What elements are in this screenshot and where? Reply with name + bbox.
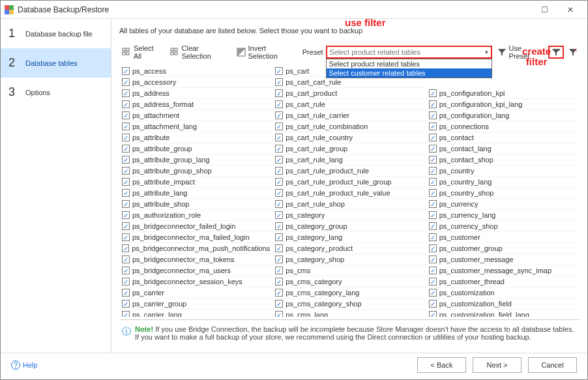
table-row[interactable]: ✓ps_attribute_lang [119, 188, 272, 199]
checkbox-icon[interactable]: ✓ [275, 67, 283, 75]
checkbox-icon[interactable]: ✓ [275, 311, 283, 317]
help-link[interactable]: ? Help [11, 360, 38, 370]
table-row[interactable]: ✓ps_address_format [119, 99, 272, 110]
table-row[interactable]: ✓ps_bridgeconnector_session_keys [119, 276, 272, 287]
checkbox-icon[interactable]: ✓ [275, 111, 283, 119]
preset-option-product[interactable]: Select product related tables [327, 59, 492, 68]
checkbox-icon[interactable]: ✓ [429, 178, 437, 186]
table-row[interactable]: ✓ps_cart_rule [272, 99, 426, 110]
table-row[interactable]: ✓ps_contact_lang [426, 143, 580, 154]
checkbox-icon[interactable]: ✓ [429, 156, 437, 164]
table-row[interactable]: ✓ps_carrier [119, 287, 272, 299]
table-row[interactable]: ✓ps_customization_field_lang [426, 310, 580, 317]
checkbox-icon[interactable]: ✓ [122, 78, 130, 86]
table-row[interactable]: ✓ps_cart_rule_country [272, 132, 426, 143]
checkbox-icon[interactable]: ✓ [429, 89, 437, 97]
table-row[interactable]: ✓ps_category_lang [272, 232, 426, 243]
table-row[interactable]: ✓ps_customization [426, 287, 580, 299]
checkbox-icon[interactable]: ✓ [429, 189, 437, 197]
checkbox-icon[interactable]: ✓ [429, 278, 437, 285]
checkbox-icon[interactable]: ✓ [275, 156, 283, 164]
table-row[interactable]: ✓ps_cart_rule_carrier [272, 110, 426, 121]
checkbox-icon[interactable]: ✓ [122, 211, 130, 219]
table-row[interactable]: ✓ps_category [272, 210, 426, 221]
checkbox-icon[interactable]: ✓ [429, 311, 437, 317]
table-row[interactable]: ✓ps_customization_field [426, 299, 580, 310]
checkbox-icon[interactable]: ✓ [429, 211, 437, 219]
checkbox-icon[interactable]: ✓ [122, 233, 130, 241]
table-row[interactable]: ✓ps_attachment [119, 110, 272, 121]
checkbox-icon[interactable]: ✓ [429, 100, 437, 108]
table-row[interactable]: ✓ps_attribute_impact [119, 177, 272, 188]
checkbox-icon[interactable]: ✓ [122, 256, 130, 263]
checkbox-icon[interactable]: ✓ [275, 78, 283, 86]
table-row[interactable]: ✓ps_currency_lang [426, 210, 580, 221]
table-row[interactable]: ✓ps_cart_rule_combination [272, 121, 426, 132]
table-row[interactable]: ✓ps_cart_rule_product_rule [272, 166, 426, 177]
checkbox-icon[interactable]: ✓ [429, 244, 437, 252]
table-row[interactable]: ✓ps_configuration_kpi [426, 88, 580, 99]
checkbox-icon[interactable]: ✓ [275, 233, 283, 241]
table-row[interactable]: ✓ps_category_group [272, 221, 426, 232]
checkbox-icon[interactable]: ✓ [275, 134, 283, 141]
checkbox-icon[interactable]: ✓ [275, 256, 283, 263]
preset-select[interactable]: Select product related tables ▾ [326, 46, 492, 59]
checkbox-icon[interactable]: ✓ [122, 267, 130, 274]
table-row[interactable]: ✓ps_currency_shop [426, 221, 580, 232]
table-row[interactable]: ✓ps_cms [272, 265, 426, 276]
checkbox-icon[interactable]: ✓ [429, 200, 437, 208]
checkbox-icon[interactable]: ✓ [275, 178, 283, 186]
table-row[interactable]: ✓ps_country [426, 166, 580, 177]
step-options[interactable]: 3 Options [1, 78, 111, 107]
checkbox-icon[interactable]: ✓ [275, 300, 283, 308]
checkbox-icon[interactable]: ✓ [275, 123, 283, 130]
checkbox-icon[interactable]: ✓ [122, 222, 130, 230]
checkbox-icon[interactable]: ✓ [275, 289, 283, 297]
table-row[interactable]: ✓ps_bridgeconnector_ma_push_notification… [119, 243, 272, 254]
checkbox-icon[interactable]: ✓ [122, 244, 129, 252]
table-row[interactable]: ✓ps_bridgeconnector_ma_users [119, 265, 272, 276]
checkbox-icon[interactable]: ✓ [429, 123, 437, 130]
checkbox-icon[interactable]: ✓ [275, 100, 283, 108]
table-row[interactable]: ✓ps_bridgeconnector_ma_failed_login [119, 232, 272, 243]
table-row[interactable]: ✓ps_cart_rule_shop [272, 199, 426, 210]
checkbox-icon[interactable]: ✓ [429, 289, 437, 297]
checkbox-icon[interactable]: ✓ [122, 134, 130, 141]
checkbox-icon[interactable]: ✓ [429, 145, 437, 153]
checkbox-icon[interactable]: ✓ [429, 167, 437, 175]
table-row[interactable]: ✓ps_cart_rule_group [272, 143, 426, 154]
table-row[interactable]: ✓ps_authorization_role [119, 210, 272, 221]
remove-preset-button[interactable]: x [566, 46, 580, 58]
table-row[interactable]: ✓ps_category_product [272, 243, 426, 254]
table-row[interactable]: ✓ps_customer_message_sync_imap [426, 265, 580, 276]
checkbox-icon[interactable]: ✓ [122, 67, 130, 75]
checkbox-icon[interactable]: ✓ [122, 145, 130, 153]
table-row[interactable]: ✓ps_accessory [119, 77, 272, 88]
checkbox-icon[interactable]: ✓ [275, 278, 283, 285]
select-all-button[interactable]: Select All [119, 42, 165, 62]
step-backup-file[interactable]: 1 Database backup file [1, 19, 111, 48]
step-database-tables[interactable]: 2 Database tables [1, 48, 111, 78]
table-row[interactable]: ✓ps_attribute_shop [119, 199, 272, 210]
checkbox-icon[interactable]: ✓ [122, 100, 130, 108]
table-row[interactable]: ✓ps_customer_message [426, 254, 580, 265]
checkbox-icon[interactable]: ✓ [429, 267, 437, 274]
table-row[interactable]: ✓ps_cart_rule_product_rule_group [272, 177, 426, 188]
table-row[interactable]: ✓ps_address [119, 88, 272, 99]
table-row[interactable]: ✓ps_category_shop [272, 254, 426, 265]
checkbox-icon[interactable]: ✓ [275, 211, 283, 219]
table-row[interactable]: ✓ps_customer_thread [426, 276, 580, 287]
checkbox-icon[interactable]: ✓ [429, 111, 437, 119]
checkbox-icon[interactable]: ✓ [122, 156, 130, 164]
table-row[interactable]: ✓ps_carrier_lang [119, 310, 272, 317]
checkbox-icon[interactable]: ✓ [122, 111, 130, 119]
table-row[interactable]: ✓ps_currency [426, 199, 580, 210]
checkbox-icon[interactable]: ✓ [122, 89, 130, 97]
invert-selection-button[interactable]: Invert Selection [234, 42, 299, 62]
checkbox-icon[interactable]: ✓ [429, 222, 437, 230]
table-row[interactable]: ✓ps_contact_shop [426, 154, 580, 166]
table-row[interactable]: ✓ps_cms_lang [272, 310, 426, 317]
next-button[interactable]: Next > [473, 357, 522, 373]
table-row[interactable]: ✓ps_bridgeconnector_ma_tokens [119, 254, 272, 265]
cancel-button[interactable]: Cancel [528, 357, 577, 373]
